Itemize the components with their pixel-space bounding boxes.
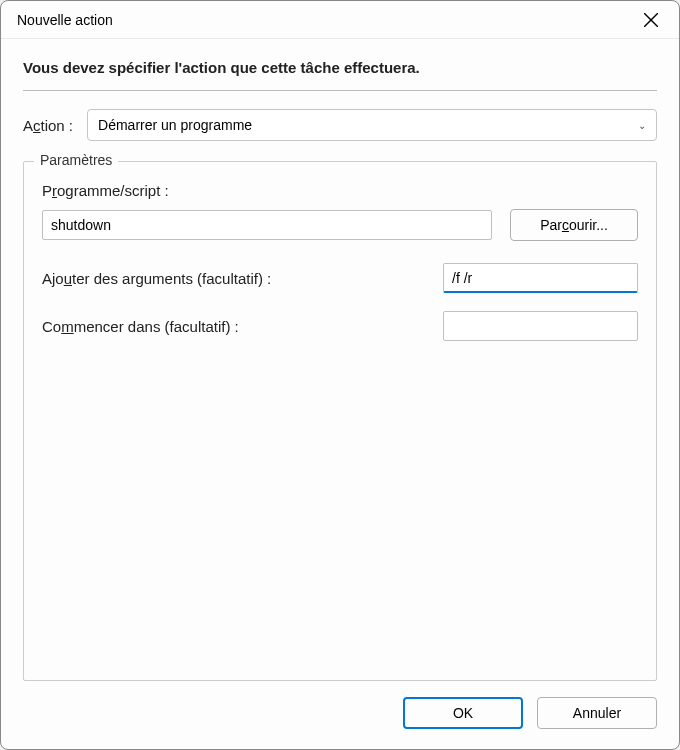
browse-button[interactable]: Parcourir... [510,209,638,241]
close-button[interactable] [633,5,669,35]
fieldset-legend: Paramètres [34,152,118,168]
action-label: Action : [23,117,73,134]
program-row: Parcourir... [42,209,638,241]
startin-input[interactable] [443,311,638,341]
arguments-input[interactable] [443,263,638,293]
startin-label: Commencer dans (facultatif) : [42,318,239,335]
program-label: Programme/script : [42,182,638,199]
titlebar: Nouvelle action [1,1,679,39]
arguments-row: Ajouter des arguments (facultatif) : [42,263,638,293]
action-row: Action : Démarrer un programme ⌄ [23,109,657,141]
divider [23,90,657,91]
content-area: Vous devez spécifier l'action que cette … [1,39,679,681]
arguments-label: Ajouter des arguments (facultatif) : [42,270,271,287]
close-icon [644,13,658,27]
window-title: Nouvelle action [17,12,113,28]
dialog-window: Nouvelle action Vous devez spécifier l'a… [0,0,680,750]
action-select[interactable]: Démarrer un programme ⌄ [87,109,657,141]
dialog-description: Vous devez spécifier l'action que cette … [23,59,657,76]
program-input[interactable] [42,210,492,240]
parameters-fieldset: Paramètres Programme/script : Parcourir.… [23,161,657,681]
footer: OK Annuler [1,681,679,749]
startin-row: Commencer dans (facultatif) : [42,311,638,341]
action-selected-value: Démarrer un programme [98,117,252,133]
ok-button[interactable]: OK [403,697,523,729]
cancel-button[interactable]: Annuler [537,697,657,729]
chevron-down-icon: ⌄ [638,120,646,131]
